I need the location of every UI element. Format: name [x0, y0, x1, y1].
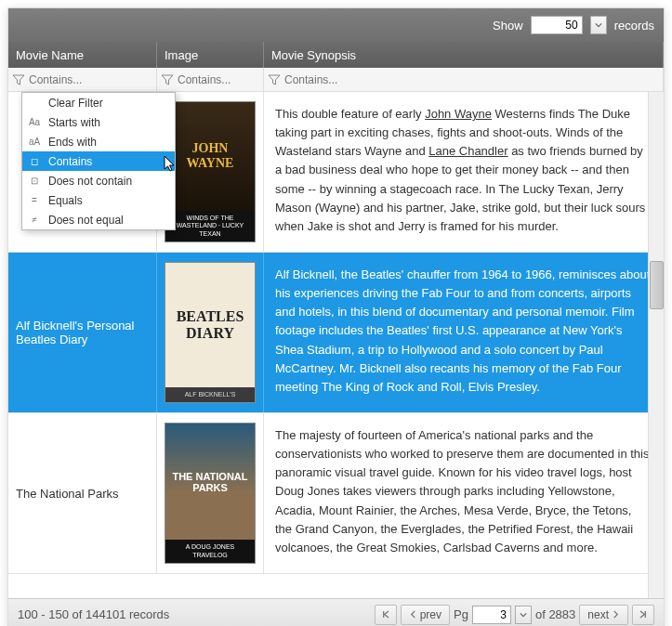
next-label: next [587, 608, 609, 621]
table-row[interactable]: Alf Bicknell's Personal Beatles DiaryBEA… [8, 253, 664, 413]
last-page-button[interactable] [632, 605, 654, 625]
of-pages-label: of 2883 [535, 607, 575, 621]
header-synopsis[interactable]: Movie Synopsis [264, 42, 664, 68]
op-label: Equals [48, 194, 83, 207]
movie-poster: THE NATIONAL PARKSA DOUG JONES TRAVELOG [165, 423, 256, 564]
op-label: Does not equal [48, 214, 124, 227]
page-dropdown[interactable] [515, 606, 532, 624]
filter-menu-item[interactable]: =Equals [22, 190, 175, 210]
op-label: Contains [48, 155, 92, 168]
filter-menu-item[interactable]: Clear Filter [22, 93, 175, 112]
cell-synopsis: This double feature of early John Wayne … [264, 92, 664, 252]
op-icon: Aa [28, 116, 41, 129]
data-grid: Show records Movie Name Image Movie Syno… [7, 7, 665, 626]
filter-input-synopsis[interactable] [284, 73, 659, 86]
filter-cell-synopsis [264, 68, 664, 91]
chevron-down-icon [520, 611, 527, 619]
op-icon: = [28, 194, 41, 207]
op-icon: ◻ [28, 155, 41, 168]
next-page-button[interactable]: next [579, 605, 628, 625]
record-status: 100 - 150 of 144101 records [18, 607, 169, 621]
filter-menu-item[interactable]: ⊡Does not contain [22, 171, 175, 190]
op-icon: ⊡ [28, 175, 41, 188]
op-icon: ≠ [28, 214, 41, 227]
filter-menu-item[interactable]: ≠Does not equal [22, 210, 175, 229]
cell-synopsis: The majesty of fourteen of America's nat… [264, 413, 664, 573]
filter-row [8, 68, 664, 92]
movie-poster: JOHN WAYNEWINDS OF THE WASTELAND · LUCKY… [165, 101, 256, 242]
header-movie-name[interactable]: Movie Name [8, 42, 157, 68]
op-label: Does not contain [48, 175, 132, 188]
page-size-dropdown[interactable] [590, 16, 607, 34]
filter-cell-image [157, 68, 264, 91]
filter-menu-item[interactable]: aAEnds with [22, 132, 175, 151]
filter-menu-item[interactable]: ◻Contains [22, 151, 175, 171]
page-size-input[interactable] [531, 16, 583, 34]
first-page-button[interactable] [375, 605, 397, 625]
op-label: Clear Filter [48, 97, 103, 110]
funnel-icon[interactable] [12, 73, 25, 86]
header-image[interactable]: Image [157, 42, 264, 68]
filter-input-image[interactable] [178, 73, 259, 86]
filter-operator-menu: Clear FilterAaStarts withaAEnds with◻Con… [21, 92, 176, 230]
cell-movie-name: Alf Bicknell's Personal Beatles Diary [8, 253, 157, 412]
op-label: Starts with [48, 116, 100, 129]
filter-input-name[interactable] [29, 73, 152, 86]
records-label: records [614, 19, 654, 33]
pg-label: Pg [454, 607, 468, 621]
cell-image: THE NATIONAL PARKSA DOUG JONES TRAVELOG [157, 413, 264, 573]
prev-page-button[interactable]: prev [401, 605, 450, 625]
op-icon: aA [28, 136, 41, 149]
column-headers: Movie Name Image Movie Synopsis [8, 42, 664, 68]
prev-label: prev [420, 608, 441, 621]
vertical-scrollbar[interactable] [648, 92, 664, 598]
chevron-down-icon [595, 21, 602, 29]
funnel-icon[interactable] [161, 73, 174, 86]
show-label: Show [493, 19, 523, 33]
grid-footer: 100 - 150 of 144101 records prev Pg of 2… [8, 598, 664, 626]
op-label: Ends with [48, 136, 97, 149]
filter-cell-name [8, 68, 157, 91]
scrollbar-thumb[interactable] [650, 261, 664, 309]
cell-synopsis: Alf Bicknell, the Beatles' chauffer from… [264, 253, 664, 412]
table-row[interactable]: The National ParksTHE NATIONAL PARKSA DO… [8, 413, 664, 574]
cell-image: BEATLES DIARYALF BICKNELL'S [157, 253, 264, 412]
page-number-input[interactable] [472, 606, 511, 624]
movie-poster: BEATLES DIARYALF BICKNELL'S [165, 262, 256, 403]
cell-movie-name: The National Parks [8, 413, 157, 573]
funnel-icon[interactable] [268, 73, 281, 86]
grid-topbar: Show records [8, 8, 664, 42]
filter-menu-item[interactable]: AaStarts with [22, 112, 175, 132]
op-icon [28, 97, 41, 110]
